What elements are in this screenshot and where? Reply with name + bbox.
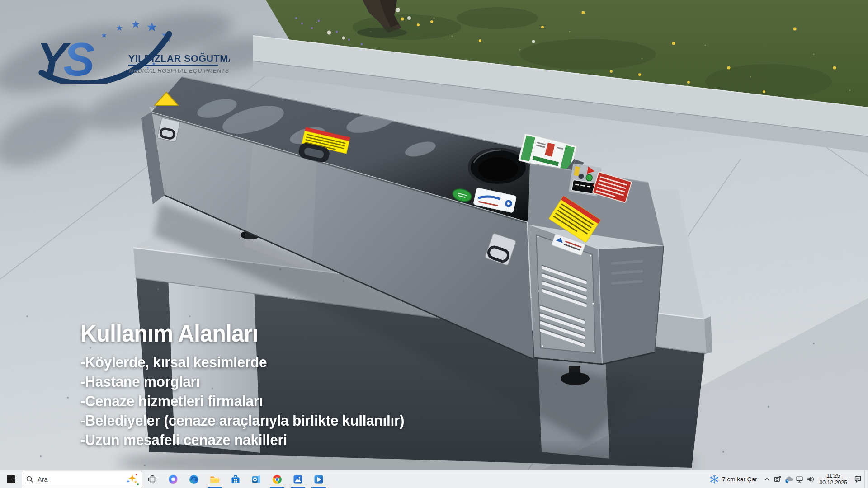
photos-button[interactable] <box>288 470 308 488</box>
system-tray: 7 cm kar Çar <box>705 470 868 488</box>
taskbar: Ara <box>0 470 868 488</box>
logo-company-name: YILDIZLAR SOĞUTMA <box>128 53 230 64</box>
task-view-icon <box>147 474 157 484</box>
search-placeholder: Ara <box>38 476 123 483</box>
logo-monogram-s: S <box>63 33 94 84</box>
search-icon <box>26 475 34 483</box>
search-highlights-icon <box>126 474 138 485</box>
outlook-button[interactable] <box>246 470 267 488</box>
network-button[interactable] <box>794 470 805 488</box>
camera-tray-icon <box>774 475 782 483</box>
microsoft-store-icon <box>230 474 241 485</box>
file-explorer-icon <box>209 474 220 485</box>
network-icon <box>796 475 803 483</box>
taskbar-clock[interactable]: 11:25 30.12.2025 <box>816 473 851 486</box>
caption-bullet: -Belediyeler (cenaze araçlarıyla birlikt… <box>80 411 404 430</box>
logo-tagline: MEDICAL HOSPITAL EQUIPMENTS <box>129 68 229 74</box>
file-explorer-button[interactable] <box>204 470 225 488</box>
caption-title: Kullanım Alanları <box>80 319 404 347</box>
edge-button[interactable] <box>184 470 204 488</box>
media-player-icon <box>313 474 324 485</box>
caption-block: Kullanım Alanları -Köylerde, kırsal kesi… <box>80 319 404 450</box>
hidden-icons-button[interactable] <box>761 470 772 488</box>
clock-date: 30.12.2025 <box>819 479 847 486</box>
caption-bullet: -Cenaze hizmetleri firmaları <box>80 391 404 411</box>
volume-icon <box>807 475 814 483</box>
start-button[interactable] <box>0 470 22 488</box>
outlook-icon <box>251 474 262 485</box>
desktop-screenshot: Y S YILDIZLAR SOĞUTMA MEDICAL HOSPITAL E… <box>0 0 868 488</box>
caption-bullet: -Hastane morgları <box>80 372 404 391</box>
task-view-button[interactable] <box>142 470 163 488</box>
clock-time: 11:25 <box>819 473 847 479</box>
lid-round-opening <box>469 149 527 185</box>
condenser-right-face <box>599 246 664 364</box>
search-input[interactable]: Ara <box>22 471 142 488</box>
microsoft-store-button[interactable] <box>225 470 246 488</box>
onedrive-button[interactable] <box>783 470 794 488</box>
camera-tray-button[interactable] <box>772 470 783 488</box>
weather-label: 7 cm kar Çar <box>722 476 757 483</box>
media-player-button[interactable] <box>308 470 329 488</box>
show-desktop-button[interactable] <box>864 470 868 488</box>
action-center-icon <box>854 475 862 483</box>
weather-widget[interactable]: 7 cm kar Çar <box>705 470 761 488</box>
photos-icon <box>292 474 303 485</box>
chrome-icon <box>272 474 283 485</box>
onedrive-icon <box>784 475 793 483</box>
caption-bullet: -Köylerde, kırsal kesimlerde <box>80 352 404 372</box>
chrome-button[interactable] <box>267 470 288 488</box>
chevron-up-icon <box>764 476 770 482</box>
action-center-button[interactable] <box>851 470 864 488</box>
copilot-button[interactable] <box>163 470 184 488</box>
caption-bullet: -Uzun mesafeli cenaze nakilleri <box>80 430 404 450</box>
snowflake-icon <box>710 475 719 484</box>
edge-icon <box>189 474 199 485</box>
volume-button[interactable] <box>805 470 816 488</box>
copilot-icon <box>168 474 179 485</box>
windows-start-icon <box>7 475 15 483</box>
company-logo: Y S YILDIZLAR SOĞUTMA MEDICAL HOSPITAL E… <box>35 20 230 84</box>
